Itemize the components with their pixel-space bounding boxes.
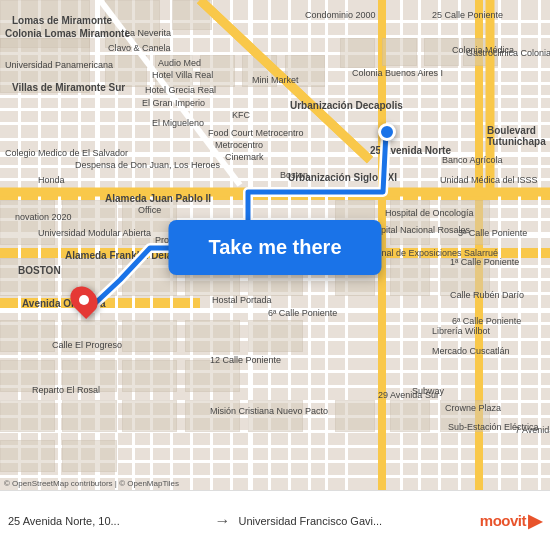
moovit-icon: ▶ [528, 510, 542, 532]
take-me-there-button[interactable]: Take me there [168, 220, 381, 275]
from-label: 25 Avenida Norte, 10... [8, 515, 206, 527]
moovit-logo: moovit ▶ [480, 510, 542, 532]
destination-marker [72, 285, 96, 315]
arrow-icon: → [206, 512, 238, 530]
map-attribution: © OpenStreetMap contributors | © OpenMap… [4, 479, 179, 488]
to-label: Universidad Francisco Gavi... [238, 515, 471, 527]
map-container: 25 Avenida Norte Condominio 2000 La Neve… [0, 0, 550, 490]
origin-marker [378, 123, 396, 141]
bottom-bar: 25 Avenida Norte, 10... → Universidad Fr… [0, 490, 550, 550]
